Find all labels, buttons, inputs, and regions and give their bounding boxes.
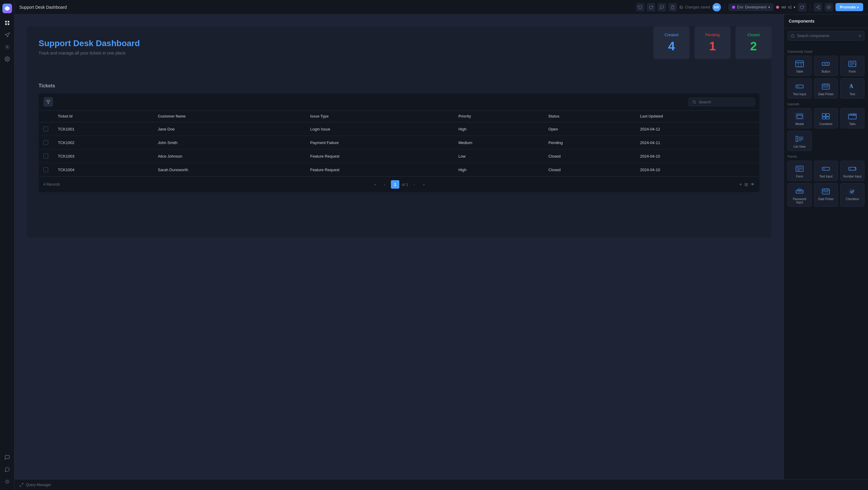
svg-point-6 <box>6 58 8 60</box>
panel-title: Components <box>789 19 815 24</box>
dashboard-title: Support Desk Dashboard <box>38 38 760 48</box>
component-search[interactable]: × <box>787 31 864 41</box>
svg-text:A: A <box>849 83 853 89</box>
app-logo[interactable] <box>2 4 12 13</box>
comment-button[interactable] <box>658 3 666 11</box>
sidebar-msg-icon[interactable] <box>2 465 12 474</box>
sidebar-chat-icon[interactable] <box>2 453 12 462</box>
sidebar-integrations-icon[interactable] <box>2 42 12 52</box>
page-first-btn[interactable]: « <box>372 181 379 188</box>
page-title: Support Desk Dashboard <box>19 5 632 10</box>
svg-point-75 <box>798 191 798 192</box>
svg-text:T-: T- <box>798 86 800 87</box>
svg-rect-2 <box>5 24 7 25</box>
eye-btn[interactable]: 👁 <box>750 182 755 187</box>
comp-table-label: Table <box>796 70 803 73</box>
version-selector[interactable]: ver v1 ▾ <box>776 5 795 9</box>
svg-rect-54 <box>851 114 854 115</box>
svg-rect-51 <box>826 117 830 119</box>
comp-modal[interactable]: Modal <box>787 108 812 128</box>
table-row[interactable]: TCK1001 Jane Doe Login Issue High Open 2… <box>38 122 760 136</box>
divider2 <box>810 4 810 11</box>
stat-pending-label: Pending <box>703 33 722 37</box>
row-checkbox[interactable] <box>43 127 48 131</box>
comp-number-input-label: Number Input <box>843 175 862 178</box>
container-icon <box>820 112 831 121</box>
search-components-input[interactable] <box>797 34 856 38</box>
comp-text-input-2[interactable]: T- Text Input <box>814 161 838 181</box>
cell-priority: High <box>454 122 544 136</box>
svg-line-89 <box>22 483 23 484</box>
add-row-btn[interactable]: + <box>739 182 742 187</box>
comp-text[interactable]: A Text <box>840 78 864 98</box>
comp-date-picker-2[interactable]: Date Picker <box>814 183 838 207</box>
comp-form-2[interactable]: Form <box>787 161 812 181</box>
svg-rect-55 <box>854 114 856 115</box>
col-ticket-id: Ticket Id <box>53 111 153 122</box>
comp-checkbox[interactable]: Checkbox <box>840 183 864 207</box>
table-view-btn[interactable]: ⊞ <box>744 182 748 187</box>
redo-button[interactable] <box>647 3 655 11</box>
search-clear-icon[interactable]: × <box>859 33 861 38</box>
text-comp-icon: A <box>847 82 858 91</box>
stat-card-closed: Closed 2 <box>735 27 772 59</box>
sidebar-theme-icon[interactable] <box>2 477 12 486</box>
stat-closed-value: 2 <box>744 39 763 53</box>
row-checkbox[interactable] <box>43 167 48 172</box>
refresh-button[interactable] <box>798 3 806 11</box>
query-manager-link[interactable]: Query Manager <box>26 483 51 487</box>
sidebar-nav-icon[interactable] <box>2 30 12 40</box>
filter-button[interactable] <box>43 97 53 107</box>
tickets-table: Ticket Id Customer Name Issue Type Prior… <box>38 111 760 176</box>
page-prev-btn[interactable]: ‹ <box>381 181 389 188</box>
cell-issue: Feature Request <box>305 150 454 163</box>
comp-button[interactable]: Button <box>814 56 838 76</box>
section-layouts: Layouts <box>787 102 864 106</box>
promote-button[interactable]: Promote » <box>835 3 863 11</box>
comp-date-picker[interactable]: Date Picker <box>814 78 838 98</box>
svg-point-76 <box>799 191 800 192</box>
comp-text-input[interactable]: T- Text Input <box>787 78 812 98</box>
svg-line-18 <box>695 103 695 103</box>
comp-table[interactable]: Table <box>787 56 812 76</box>
search-bar[interactable]: Search <box>688 98 755 106</box>
svg-point-5 <box>6 47 8 48</box>
comp-number-input[interactable]: 1. Number Input <box>840 161 864 181</box>
undo-button[interactable] <box>636 3 644 11</box>
comp-tabs[interactable]: Tabs <box>840 108 864 128</box>
share-button[interactable] <box>814 3 822 11</box>
cell-customer: John Smith <box>153 136 305 150</box>
preview-button[interactable] <box>825 3 833 11</box>
cell-customer: Sarah Dunsworth <box>153 163 305 177</box>
records-count: 4 Records <box>43 182 60 187</box>
trash-button[interactable] <box>669 3 677 11</box>
table-row[interactable]: TCK1004 Sarah Dunsworth Feature Request … <box>38 163 760 177</box>
stat-closed-label: Closed <box>744 33 763 37</box>
cell-updated: 2024-04-10 <box>635 150 760 163</box>
stat-created-label: Created <box>662 33 681 37</box>
col-priority: Priority <box>454 111 544 122</box>
text-input2-icon: T- <box>820 164 831 173</box>
stat-card-pending: Pending 1 <box>694 27 731 59</box>
sidebar-home-icon[interactable] <box>2 18 12 28</box>
table-row[interactable]: TCK1002 John Smith Payment Failure Mediu… <box>38 136 760 150</box>
row-checkbox[interactable] <box>43 140 48 145</box>
comp-form2-label: Form <box>796 175 803 178</box>
form2-icon <box>794 164 805 173</box>
panel-header: Components <box>784 14 868 28</box>
save-status: Changes saved <box>679 5 710 9</box>
comp-list-view[interactable]: List View <box>787 131 812 151</box>
comp-password-input[interactable]: Password Input <box>787 183 812 207</box>
comp-form[interactable]: I Form <box>840 56 864 76</box>
comp-button-label: Button <box>822 70 830 73</box>
page-next-btn[interactable]: › <box>411 181 418 188</box>
sidebar-settings-icon[interactable] <box>2 54 12 64</box>
comp-container[interactable]: Container <box>814 108 838 128</box>
svg-marker-16 <box>46 100 50 104</box>
page-last-btn[interactable]: » <box>421 181 428 188</box>
svg-line-13 <box>817 7 818 8</box>
cell-ticket-id: TCK1003 <box>53 150 153 163</box>
row-checkbox[interactable] <box>43 154 48 158</box>
table-row[interactable]: TCK1003 Alice Johnson Feature Request Lo… <box>38 150 760 163</box>
env-selector[interactable]: Env Development ▾ <box>728 4 773 11</box>
